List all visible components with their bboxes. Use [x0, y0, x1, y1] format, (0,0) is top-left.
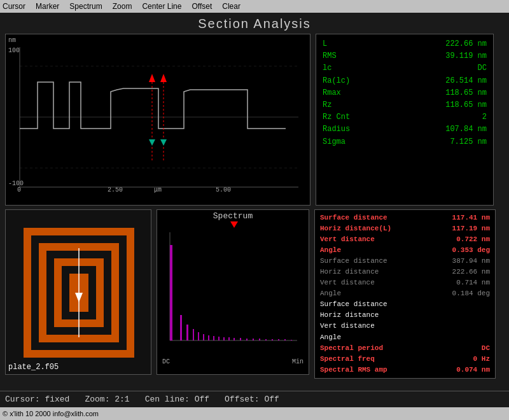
svg-rect-26: [272, 339, 273, 340]
menu-cursor[interactable]: Cursor: [3, 2, 25, 11]
svg-rect-18: [223, 337, 225, 340]
meas-value-2: 0.722 nm: [439, 234, 490, 245]
stat-row-Rz: Rz 118.65 nm: [323, 99, 487, 111]
meas-row-13: Spectral freq 0 Hz: [320, 354, 490, 365]
meas-label-1: Horiz distance(L): [320, 223, 409, 234]
bottom-section: plate_2.f05 Spectrum: [5, 209, 509, 379]
meas-label-5: Horiz distance: [320, 267, 409, 277]
menubar: Cursor Marker Spectrum Zoom Center Line …: [0, 0, 509, 13]
stat-row-Radius: Radius 107.84 nm: [323, 123, 487, 136]
meas-row-10: Vert distance: [320, 321, 490, 332]
statusbar: Cursor: fixed Zoom: 2:1 Cen line: Off Of…: [0, 391, 509, 407]
svg-rect-14: [203, 334, 204, 340]
svg-rect-29: [291, 340, 292, 340]
meas-row-9: Horiz distance: [320, 310, 490, 321]
meas-value-1: 117.19 nm: [439, 223, 490, 234]
copyright-text: © x'lith 10 2000 info@xlith.com: [3, 410, 99, 417]
stat-label-L: L: [323, 38, 367, 50]
meas-value-6: 0.714 nm: [439, 277, 490, 288]
stat-value-RMS: 39.119 nm: [445, 50, 487, 62]
spectrum-dc-label: DC: [162, 358, 170, 365]
teal-cursor-2: [160, 139, 167, 146]
stat-row-RMS: RMS 39.119 nm: [323, 50, 487, 62]
svg-rect-27: [278, 339, 279, 340]
red-cursor-1: [149, 74, 155, 82]
svg-rect-20: [234, 338, 235, 340]
stat-value-Rmax: 118.65 nm: [445, 87, 487, 99]
svg-rect-25: [265, 339, 267, 340]
measurements-panel: Surface distance 117.41 nm Horiz distanc…: [314, 209, 496, 379]
menu-zoom[interactable]: Zoom: [113, 2, 132, 11]
meas-label-0: Surface distance: [320, 213, 409, 223]
menu-offset[interactable]: Offset: [192, 2, 212, 11]
svg-rect-9: [170, 245, 172, 340]
page-title: Section Analysis: [0, 13, 509, 31]
meas-value-13: 0 Hz: [439, 354, 490, 365]
stat-label-Ralc: Ra(lc): [323, 75, 367, 87]
stat-row-RzCnt: Rz Cnt 2: [323, 111, 487, 123]
svg-rect-24: [259, 339, 260, 340]
meas-row-12: Spectral period DC: [320, 343, 490, 354]
meas-row-7: Angle 0.184 deg: [320, 288, 490, 299]
status-zoom: Zoom: 2:1: [85, 395, 129, 404]
top-section: nm 100 -100 μm 0 2.50 5.00: [5, 34, 509, 206]
afm-canvas: [6, 210, 151, 375]
stat-label-Sigma: Sigma: [323, 136, 367, 148]
menu-spectrum[interactable]: Spectrum: [69, 2, 102, 11]
section-graph[interactable]: nm 100 -100 μm 0 2.50 5.00: [5, 34, 310, 206]
meas-row-2: Vert distance 0.722 nm: [320, 234, 490, 245]
stat-value-Radius: 107.84 nm: [445, 123, 487, 136]
status-cursor: Cursor: fixed: [5, 395, 69, 404]
meas-row-5: Horiz distance 222.66 nm: [320, 267, 490, 277]
stat-value-Ralc: 26.514 nm: [445, 75, 487, 87]
meas-value-9: [439, 310, 490, 321]
stat-row-Sigma: Sigma 7.125 nm: [323, 136, 487, 148]
spectrum-container: Spectrum: [157, 209, 309, 375]
svg-rect-11: [186, 325, 188, 340]
svg-rect-15: [208, 335, 209, 340]
meas-value-10: [439, 321, 490, 332]
graph-svg: [6, 34, 311, 206]
afm-image: plate_2.f05: [5, 209, 151, 375]
svg-rect-17: [218, 337, 220, 340]
menu-marker[interactable]: Marker: [36, 2, 59, 11]
svg-rect-28: [284, 339, 286, 340]
meas-label-6: Vert distance: [320, 277, 409, 288]
stat-label-RMS: RMS: [323, 50, 367, 62]
meas-label-10: Vert distance: [320, 321, 409, 332]
stat-value-Rz: 118.65 nm: [445, 99, 487, 111]
meas-value-5: 222.66 nm: [439, 267, 490, 277]
stats-panel: L 222.66 nm RMS 39.119 nm lc DC Ra(lc) 2…: [316, 34, 494, 206]
svg-rect-13: [198, 332, 199, 340]
meas-label-2: Vert distance: [320, 234, 409, 245]
stat-label-Rmax: Rmax: [323, 87, 367, 99]
stat-value-Sigma: 7.125 nm: [450, 136, 487, 148]
meas-row-3: Angle 0.353 deg: [320, 245, 490, 256]
svg-rect-22: [246, 339, 248, 340]
spectrum-title: Spectrum: [157, 210, 309, 221]
meas-label-3: Angle: [320, 245, 409, 256]
red-cursor-2: [160, 74, 167, 82]
menu-centerline[interactable]: Center Line: [142, 2, 181, 11]
meas-value-8: [439, 299, 490, 310]
spectrum-min-label: Min: [292, 358, 303, 365]
meas-label-8: Surface distance: [320, 299, 409, 310]
stat-value-L: 222.66 nm: [445, 38, 487, 50]
spectrum-svg: [157, 226, 310, 360]
meas-value-3: 0.353 deg: [439, 245, 490, 256]
menu-clear[interactable]: Clear: [222, 2, 241, 11]
stat-label-lc: lc: [323, 62, 367, 74]
svg-rect-12: [193, 329, 194, 340]
copyright-bar: © x'lith 10 2000 info@xlith.com: [0, 407, 509, 420]
meas-value-12: DC: [439, 343, 490, 354]
meas-label-7: Angle: [320, 288, 409, 299]
meas-value-7: 0.184 deg: [439, 288, 490, 299]
svg-rect-10: [180, 315, 182, 340]
meas-row-11: Angle: [320, 332, 490, 343]
status-offset: Offset: Off: [225, 395, 279, 404]
meas-row-1: Horiz distance(L) 117.19 nm: [320, 223, 490, 234]
meas-row-14: Spectral RMS amp 0.074 nm: [320, 365, 490, 375]
meas-value-0: 117.41 nm: [439, 213, 490, 223]
stat-row-Ralc: Ra(lc) 26.514 nm: [323, 75, 487, 87]
svg-rect-23: [253, 339, 254, 340]
